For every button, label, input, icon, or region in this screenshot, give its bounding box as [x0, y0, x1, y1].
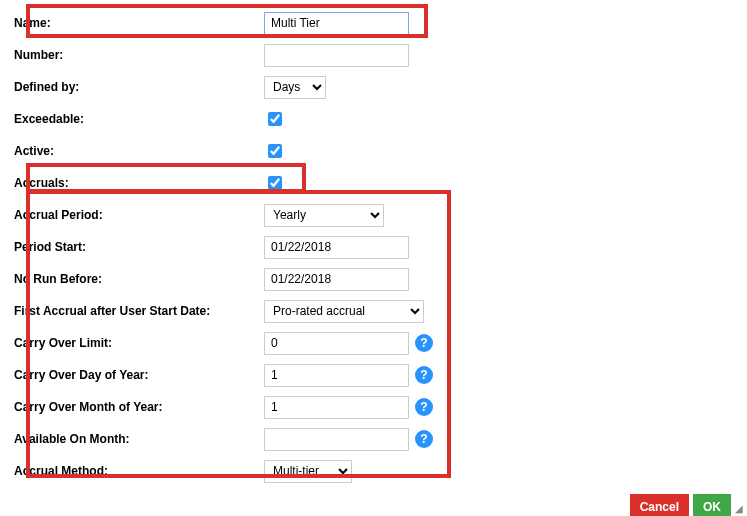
label-available-month: Available On Month: — [14, 428, 264, 450]
row-period-start: Period Start: — [14, 232, 733, 262]
defined-by-select[interactable]: Days — [264, 76, 326, 99]
row-exceedable: Exceedable: — [14, 104, 733, 134]
label-carry-over-day: Carry Over Day of Year: — [14, 364, 264, 386]
label-exceedable: Exceedable: — [14, 108, 264, 130]
row-name: Name: — [14, 8, 733, 38]
row-accruals: Accruals: — [14, 168, 733, 198]
label-active: Active: — [14, 140, 264, 162]
carry-over-month-input[interactable] — [264, 396, 409, 419]
label-defined-by: Defined by: — [14, 76, 264, 98]
exceedable-checkbox[interactable] — [268, 112, 282, 126]
label-accruals: Accruals: — [14, 172, 264, 194]
label-period-start: Period Start: — [14, 236, 264, 258]
label-name: Name: — [14, 12, 264, 34]
carry-over-day-input[interactable] — [264, 364, 409, 387]
dialog-footer: Cancel OK — [14, 488, 733, 516]
row-defined-by: Defined by: Days — [14, 72, 733, 102]
row-first-accrual: First Accrual after User Start Date: Pro… — [14, 296, 733, 326]
accrual-method-select[interactable]: Multi-tier — [264, 460, 352, 483]
label-carry-over-month: Carry Over Month of Year: — [14, 396, 264, 418]
help-icon[interactable]: ? — [415, 366, 433, 384]
no-run-before-input[interactable] — [264, 268, 409, 291]
active-checkbox[interactable] — [268, 144, 282, 158]
row-carry-over-limit: Carry Over Limit: ? — [14, 328, 733, 358]
accrual-period-select[interactable]: Yearly — [264, 204, 384, 227]
accruals-checkbox[interactable] — [268, 176, 282, 190]
label-carry-over-limit: Carry Over Limit: — [14, 332, 264, 354]
row-accrual-period: Accrual Period: Yearly — [14, 200, 733, 230]
row-accrual-method: Accrual Method: Multi-tier — [14, 456, 733, 486]
help-icon[interactable]: ? — [415, 398, 433, 416]
carry-over-limit-input[interactable] — [264, 332, 409, 355]
resize-grip-icon: ◢ — [735, 503, 743, 514]
label-no-run-before: No Run Before: — [14, 268, 264, 290]
row-available-month: Available On Month: ? — [14, 424, 733, 454]
ok-button[interactable]: OK — [693, 494, 731, 516]
form: Name: Number: Defined by: Days Exceedabl… — [14, 8, 733, 486]
label-accrual-method: Accrual Method: — [14, 460, 264, 482]
number-input[interactable] — [264, 44, 409, 67]
first-accrual-select[interactable]: Pro-rated accrual — [264, 300, 424, 323]
period-start-input[interactable] — [264, 236, 409, 259]
row-no-run-before: No Run Before: — [14, 264, 733, 294]
available-month-input[interactable] — [264, 428, 409, 451]
cancel-button[interactable]: Cancel — [630, 494, 689, 516]
row-number: Number: — [14, 40, 733, 70]
row-carry-over-month: Carry Over Month of Year: ? — [14, 392, 733, 422]
row-active: Active: — [14, 136, 733, 166]
row-carry-over-day: Carry Over Day of Year: ? — [14, 360, 733, 390]
help-icon[interactable]: ? — [415, 334, 433, 352]
label-number: Number: — [14, 44, 264, 66]
help-icon[interactable]: ? — [415, 430, 433, 448]
name-input[interactable] — [264, 12, 409, 35]
label-accrual-period: Accrual Period: — [14, 204, 264, 226]
label-first-accrual: First Accrual after User Start Date: — [14, 300, 264, 322]
